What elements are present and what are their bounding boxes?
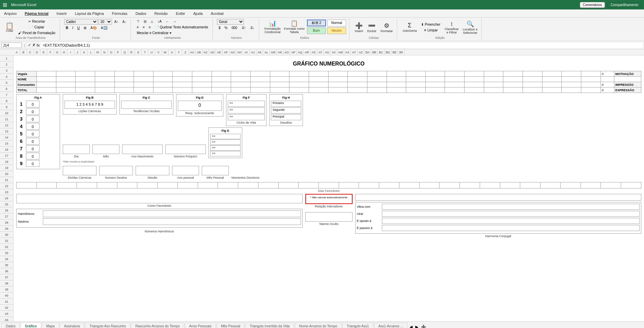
font-selector[interactable]: Calibri [64, 19, 98, 25]
fig-b-value[interactable]: 1 2 3 4 5 6 7 8 9 [64, 101, 115, 109]
col-header-AS[interactable]: AS [310, 49, 317, 55]
formula-cancel[interactable]: ✗ [32, 43, 35, 47]
align-left-button[interactable]: ≡ [135, 25, 140, 30]
fig-a-val-9[interactable]: 0 [26, 160, 39, 167]
day-cell-29[interactable] [581, 182, 601, 188]
sheet-tab-dados[interactable]: Dados [1, 323, 20, 328]
day-cell-25[interactable] [500, 182, 520, 188]
sheet-tab-anos-pessoais[interactable]: Anos Pessoais [185, 323, 216, 328]
col-header-AC[interactable]: AC [202, 49, 209, 55]
menu-acrobat[interactable]: Acrobat [209, 11, 225, 16]
col-header-AY[interactable]: AY [351, 49, 358, 55]
format-button[interactable]: ⚙ Formatar [379, 21, 394, 33]
col-header-S[interactable]: S [135, 49, 142, 55]
sheet-tab-triangulo-invertido-da-vida[interactable]: Triangulo invertido da Vida [245, 323, 294, 328]
day-cell-13[interactable] [258, 182, 278, 188]
day-cell-8[interactable] [158, 182, 178, 188]
decimal-increase-button[interactable]: .0↑ [240, 25, 247, 30]
day-cell-30[interactable] [601, 182, 621, 188]
comma-button[interactable]: 000 [230, 25, 239, 30]
harmonia-row-val[interactable] [382, 225, 640, 231]
day-cell-2[interactable] [36, 182, 57, 188]
fig-f-row2[interactable]: >> [228, 107, 265, 113]
border-button[interactable]: ⊞ [82, 25, 88, 30]
sheet-tab-rascunho-arcanos-do-tempo[interactable]: Rascunho-Arcanos do Tempo [131, 323, 184, 328]
day-cell-22[interactable] [440, 182, 460, 188]
col-header-H[interactable]: H [61, 49, 67, 55]
formula-insert-function[interactable]: fx [37, 43, 40, 47]
cores-input[interactable] [16, 194, 303, 203]
day-cell-11[interactable] [218, 182, 238, 188]
find-select-button[interactable]: 🔍 Localizar eSelecionar [461, 20, 479, 35]
sheet-tab-triangulo-ass-rascunho[interactable]: Triangulo Ass Rascunho [85, 323, 130, 328]
col-header-BD[interactable]: BD [385, 49, 391, 55]
font-size-selector[interactable]: 20 [99, 19, 112, 25]
col-header-AM[interactable]: AM [270, 49, 277, 55]
indent-decrease-button[interactable]: ← [164, 19, 171, 24]
day-cell-15[interactable] [299, 182, 319, 188]
day-cell-5[interactable] [97, 182, 117, 188]
col-header-AE[interactable]: AE [216, 49, 223, 55]
day-cell-21[interactable] [419, 182, 440, 188]
prev-sheet-button[interactable]: ◀ [408, 325, 414, 328]
col-header-W[interactable]: W [162, 49, 169, 55]
day-cell-17[interactable] [339, 182, 359, 188]
style-normal-box[interactable]: Normal [327, 20, 346, 26]
align-right-button[interactable]: ≡ [147, 25, 152, 30]
destino-input[interactable] [99, 166, 133, 175]
harmonia-row-val[interactable] [382, 211, 640, 217]
mes-pessoal-input[interactable] [202, 166, 229, 175]
text-direction-button[interactable]: ↕A [156, 19, 163, 24]
fig-a-val-8[interactable]: 0 [26, 153, 39, 159]
number-format-selector[interactable]: Geral [217, 19, 244, 25]
col-header-AL[interactable]: AL [263, 49, 270, 55]
col-header-N[interactable]: N [101, 49, 108, 55]
relacao-input[interactable]: * Não calcula automaticamente [305, 194, 353, 204]
comments-button[interactable]: Comentários [580, 2, 605, 8]
col-header-Y[interactable]: Y [175, 49, 182, 55]
col-header-AR[interactable]: AR [304, 49, 310, 55]
day-cell-19[interactable] [379, 182, 399, 188]
day-cell-27[interactable] [540, 182, 561, 188]
neutros-input[interactable] [43, 218, 301, 225]
fig-h-row2[interactable]: Segundo [271, 107, 301, 113]
col-header-AD[interactable]: AD [209, 49, 216, 55]
harmonia-row-val[interactable] [382, 204, 640, 210]
col-header-I[interactable]: I [67, 49, 74, 55]
fig-f-row3[interactable]: >> [228, 114, 265, 120]
fig-a-val-2[interactable]: 0 [26, 108, 39, 115]
sheet-content[interactable]: GRÁFICO NUMEROLÓGICO Vogais 0 MOTIVA [13, 55, 644, 321]
day-cell-12[interactable] [238, 182, 258, 188]
col-header-AH[interactable]: AH [236, 49, 243, 55]
menu-pagina-inicial[interactable]: Página Inicial [23, 11, 50, 16]
col-header-AU[interactable]: AU [324, 49, 331, 55]
day-cell-26[interactable] [520, 182, 540, 188]
col-header-L[interactable]: L [88, 49, 94, 55]
align-middle-button[interactable]: ⊟ [142, 19, 148, 24]
col-header-AA[interactable]: AA [189, 49, 196, 55]
col-header-AX[interactable]: AX [344, 49, 351, 55]
harmonia-row-val[interactable] [382, 218, 640, 224]
ano-input[interactable] [122, 145, 163, 154]
fig-a-val-4[interactable]: 0 [26, 123, 39, 130]
col-header-AF[interactable]: AF [223, 49, 229, 55]
format-painter-button[interactable]: 🖌 Pincel de Formatação [17, 30, 57, 35]
day-cell-1[interactable] [17, 182, 37, 188]
day-cell-9[interactable] [177, 182, 198, 188]
fig-a-val-1[interactable]: 0 [26, 101, 39, 107]
align-top-button[interactable]: ⊤ [135, 19, 141, 24]
menu-ajuda[interactable]: Ajuda [192, 11, 204, 16]
day-cell-3[interactable] [57, 182, 77, 188]
sort-filter-button[interactable]: ↕ Classificare Filtrar [443, 20, 460, 35]
day-cell-23[interactable] [460, 182, 480, 188]
menu-formulas[interactable]: Fórmulas [111, 11, 129, 16]
fig-g-row3[interactable]: >> [210, 145, 241, 151]
cell-reference[interactable] [1, 43, 22, 48]
percent-button[interactable]: % [223, 25, 229, 30]
fig-a-val-5[interactable]: 0 [26, 130, 39, 137]
clear-button[interactable]: ✕ Limpar [419, 28, 442, 33]
sheet-tab-mês-pessoal[interactable]: Mês Pessoal [217, 323, 245, 328]
col-header-V[interactable]: V [155, 49, 162, 55]
day-cell-6[interactable] [117, 182, 137, 188]
copy-button[interactable]: 📄 Copiar [17, 25, 57, 30]
